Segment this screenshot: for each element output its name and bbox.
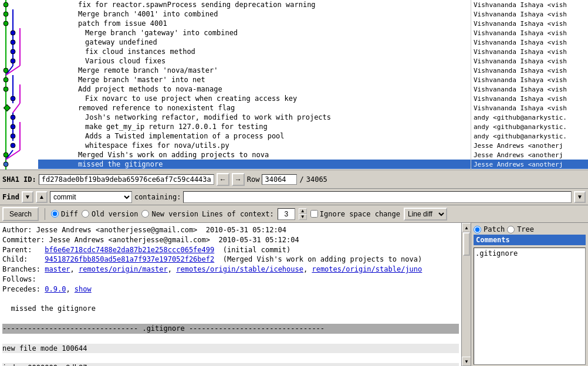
scroll-up-button[interactable]: ▲: [462, 223, 471, 232]
commit-row[interactable]: gateway undefined: [38, 38, 471, 47]
author-row[interactable]: Vishvananda Ishaya <vish: [471, 19, 588, 28]
child-desc: (Merged Vish's work on adding projects t…: [223, 255, 423, 263]
scroll-down-button[interactable]: ▼: [462, 357, 471, 366]
diff-content[interactable]: Author: Jesse Andrews <anotherjesse@gmai…: [0, 223, 461, 366]
old-version-label: Old version: [92, 210, 138, 218]
commit-row[interactable]: patch from issue 4001: [38, 19, 471, 28]
commit-row[interactable]: Merge branch '4001' into combined: [38, 9, 471, 19]
commit-row[interactable]: Josh's networking refactor, modified to …: [38, 113, 471, 122]
scroll-thumb[interactable]: [463, 232, 470, 256]
stable-juno-link[interactable]: remotes/origin/stable/juno: [312, 265, 422, 273]
spin-down-button[interactable]: ▼: [299, 214, 307, 220]
author-row[interactable]: Vishvananda Ishaya <vish: [471, 84, 588, 94]
svg-point-15: [4, 21, 8, 26]
find-label: Find: [2, 193, 19, 201]
sha-value: fd278ade0bf19ba9deba65976ce6af7c59c4443a: [39, 174, 214, 185]
show-link[interactable]: show: [75, 285, 92, 293]
sha-row: SHA1 ID: fd278ade0bf19ba9deba65976ce6af7…: [0, 170, 588, 189]
author-row[interactable]: Vishvananda Ishaya <vish: [471, 28, 588, 38]
commit-row[interactable]: fix for reactor.spawnProcess sending dep…: [38, 0, 471, 9]
author-row[interactable]: Vishvananda Ishaya <vish: [471, 94, 588, 103]
old-version-radio[interactable]: [82, 210, 89, 218]
blank-line2: [2, 314, 6, 323]
patch-radio-group: Patch: [474, 225, 505, 233]
origin-master-link[interactable]: remotes/origin/master: [79, 265, 168, 273]
commit-row[interactable]: Adds a Twisted implementation of a proce…: [38, 131, 471, 141]
commit-row[interactable]: make get_my_ip return 127.0.0.1 for test…: [38, 122, 471, 131]
row-current: 34064: [262, 174, 297, 185]
tree-radio[interactable]: [507, 226, 515, 233]
row-total: 34065: [306, 175, 327, 184]
author-list: Vishvananda Ishaya <vishVishvananda Isha…: [471, 0, 588, 170]
new-version-radio[interactable]: [141, 210, 149, 218]
find-up-button[interactable]: ▲: [36, 191, 48, 203]
patch-radio[interactable]: [474, 226, 481, 233]
author-row[interactable]: Jesse Andrews <anotherj: [471, 160, 588, 169]
author-row[interactable]: Jesse Andrews <anotherj: [471, 141, 588, 150]
next-nav-button[interactable]: →: [232, 173, 245, 186]
author-row[interactable]: Vishvananda Ishaya <vish: [471, 47, 588, 56]
author-row[interactable]: Vishvananda Ishaya <vish: [471, 38, 588, 47]
precedes-link[interactable]: 0.9.0: [45, 285, 66, 293]
commit-row[interactable]: Fix novarc to use project when creating …: [38, 94, 471, 103]
gitignore-file-item[interactable]: .gitignore: [475, 249, 584, 257]
author-row[interactable]: andy <github@anarkystic.: [471, 131, 588, 141]
find-down-button[interactable]: ▼: [22, 191, 33, 203]
commit-row[interactable]: initial commit: [38, 169, 471, 170]
graph-svg: [0, 0, 38, 170]
author-row[interactable]: andy <github@anarkystic.: [471, 122, 588, 131]
right-panel-tabs: Patch Tree: [471, 223, 588, 233]
svg-point-27: [11, 134, 15, 138]
author-row[interactable]: Vishvananda Ishaya <vish: [471, 9, 588, 19]
svg-point-25: [11, 115, 15, 120]
find-dropdown-button[interactable]: ▼: [574, 191, 586, 203]
ignore-space-checkbox[interactable]: [310, 210, 318, 218]
diff-meta2: index 0000000..9db87ac: [2, 363, 459, 366]
comments-tab-active[interactable]: Comments: [474, 235, 586, 245]
commit-row[interactable]: whitespace fixes for nova/utils.py: [38, 141, 471, 150]
author-row[interactable]: Vishvananda Ishaya <vish: [471, 56, 588, 66]
diff-type-select[interactable]: Line diff Word diff: [404, 208, 447, 221]
commit-row[interactable]: Various cloud fixes: [38, 56, 471, 66]
commit-row[interactable]: Add project methods to nova-manage: [38, 84, 471, 94]
master-link[interactable]: master: [45, 265, 70, 273]
commit-list-area: fix for reactor.spawnProcess sending dep…: [0, 0, 588, 170]
stable-icehouse-link[interactable]: remotes/origin/stable/icehouse: [176, 265, 303, 273]
lines-context-label: Lines of context:: [202, 210, 274, 218]
commit-row[interactable]: Merge remote branch 'nova/master': [38, 66, 471, 75]
find-type-select[interactable]: commit author file: [50, 191, 132, 203]
diff-radio-group: Diff: [51, 210, 78, 218]
commit-row[interactable]: Merge branch 'master' into net: [38, 75, 471, 84]
containing-label: containing:: [134, 193, 181, 201]
bottom-area: Author: Jesse Andrews <anotherjesse@gmai…: [0, 223, 588, 366]
right-panel: Patch Tree Comments .gitignore: [471, 223, 588, 366]
find-input[interactable]: [183, 191, 572, 203]
svg-point-17: [11, 40, 15, 45]
parent-desc: (initial commit): [223, 246, 291, 254]
child-sha-link[interactable]: 94518726fbb850ad5e81a7f937e197052f26bef2: [45, 255, 214, 263]
author-row[interactable]: Vishvananda Ishaya <vish: [471, 0, 588, 9]
spin-up-button[interactable]: ▲: [299, 208, 307, 214]
author-row[interactable]: Jesse Andrews <anotherj: [471, 169, 588, 170]
ignore-space-text: Ignore space change: [320, 210, 400, 218]
author-row[interactable]: andy <github@anarkystic.: [471, 113, 588, 122]
diff-radio[interactable]: [51, 210, 59, 218]
branches-line: Branches: master, remotes/origin/master,…: [2, 265, 422, 273]
diff-header: -------------------------------- .gitign…: [2, 324, 459, 334]
author-row[interactable]: Vishvananda Ishaya <vish: [471, 75, 588, 84]
child-line: Child: 94518726fbb850ad5e81a7f937e197052…: [2, 255, 422, 263]
search-button[interactable]: Search: [2, 207, 39, 221]
commit-row[interactable]: fix cloud instances method: [38, 47, 471, 56]
author-row[interactable]: Vishvananda Ishaya <vish: [471, 103, 588, 113]
parent-sha-link[interactable]: bf6e6e718cdc7488e2da87b21e258ccc065fe499: [45, 246, 214, 254]
commit-row[interactable]: Merge branch 'gateway' into combined: [38, 28, 471, 38]
commit-row[interactable]: Merged Vish's work on adding projects to…: [38, 150, 471, 160]
commit-row[interactable]: removed reference to nonexistent flag: [38, 103, 471, 113]
scrollbar[interactable]: ▲ ▼: [461, 223, 471, 366]
commit-row[interactable]: missed the gitignore: [38, 160, 471, 169]
context-input[interactable]: [278, 208, 295, 220]
author-row[interactable]: Vishvananda Ishaya <vish: [471, 66, 588, 75]
prev-nav-button[interactable]: ←: [217, 173, 229, 186]
svg-point-22: [4, 87, 8, 92]
author-row[interactable]: Jesse Andrews <anotherj: [471, 150, 588, 160]
